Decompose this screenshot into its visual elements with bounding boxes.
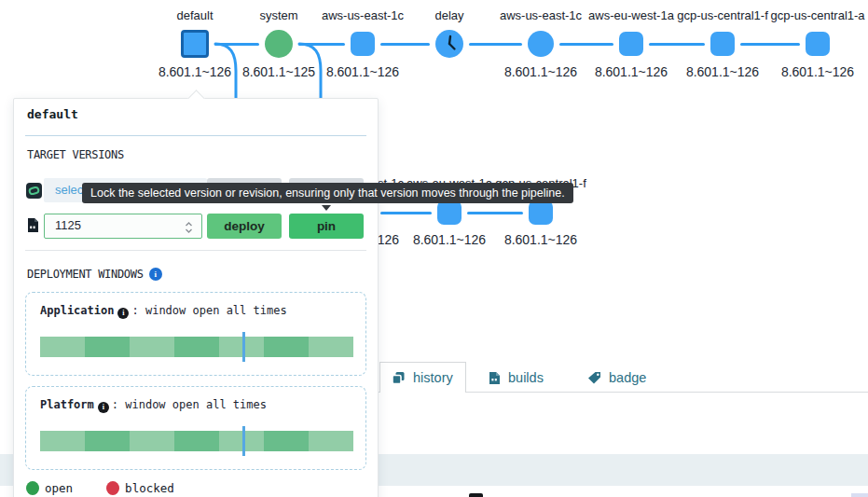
builds-icon bbox=[489, 371, 501, 385]
window-bar-segment-dark bbox=[264, 337, 309, 357]
blocked-legend-label: blocked bbox=[125, 481, 174, 495]
tab-builds[interactable]: builds bbox=[483, 363, 549, 393]
pipeline-node-aws-us-east-1c[interactable] bbox=[528, 31, 554, 57]
stage-label-aws-us-east-1c: aws-us-east-1c bbox=[500, 8, 582, 22]
stage-detail-popover: default TARGET VERSIONS select... 1125 d… bbox=[13, 98, 379, 497]
stage-version: 8.601.1~126 bbox=[504, 64, 577, 79]
stage-version: 8.601.1~126 bbox=[686, 64, 759, 79]
tab-history[interactable]: history bbox=[379, 362, 466, 393]
deploy-button[interactable]: deploy bbox=[207, 214, 282, 239]
badge-icon bbox=[587, 371, 601, 385]
pipeline-connector bbox=[649, 43, 705, 46]
tooltip-arrow bbox=[322, 205, 331, 211]
pin-tooltip: Lock the selected version or revision, e… bbox=[82, 183, 573, 203]
pipeline-connector bbox=[740, 43, 800, 46]
pipeline-connector bbox=[380, 212, 432, 214]
current-time-marker bbox=[242, 426, 245, 456]
window-bar-segment-dark bbox=[85, 337, 130, 357]
pipeline-node-aws-eu-west-1a[interactable] bbox=[437, 200, 462, 225]
chevron-updown-icon bbox=[184, 219, 194, 242]
window-status: : window open all times bbox=[112, 398, 267, 411]
application-window-title: Applicationi: window open all times bbox=[40, 304, 287, 319]
window-status: : window open all times bbox=[131, 304, 286, 317]
tab-label: builds bbox=[508, 370, 544, 385]
stage-label-default: default bbox=[176, 8, 213, 22]
pipeline-node-delay[interactable] bbox=[435, 30, 463, 58]
application-window-bar bbox=[40, 337, 353, 357]
pipeline-node-aws-us-east-1c[interactable] bbox=[351, 32, 375, 56]
pin-button[interactable]: pin bbox=[289, 214, 364, 239]
stage-version: 8.601.1~126 bbox=[413, 232, 486, 247]
build-select-value: 1125 bbox=[55, 218, 81, 232]
window-bar-segment-light bbox=[130, 431, 174, 451]
pipeline-node-aws-eu-west-1a[interactable] bbox=[619, 32, 643, 56]
info-icon: i bbox=[117, 308, 129, 319]
window-bar-segment-dark bbox=[264, 431, 309, 451]
pipeline-node-gcp-us-central1-a[interactable] bbox=[806, 32, 830, 56]
build-file-icon bbox=[27, 217, 39, 237]
stage-version: 8.601.1~126 bbox=[158, 64, 231, 79]
clock-icon bbox=[439, 34, 460, 54]
stage-label-system: system bbox=[259, 8, 297, 22]
pipeline-connector bbox=[298, 43, 345, 46]
platform-window-card: Platformi: window open all times bbox=[25, 386, 366, 470]
window-bar-segment-light bbox=[40, 337, 85, 357]
open-legend-label: open bbox=[45, 481, 73, 495]
divider bbox=[25, 135, 366, 136]
info-icon: i bbox=[98, 402, 109, 413]
pipeline-connector bbox=[467, 212, 523, 214]
deployment-windows-label: DEPLOYMENT WINDOWS bbox=[27, 268, 144, 281]
target-versions-heading: TARGET VERSIONS bbox=[27, 148, 124, 161]
pipeline-node-gcp-us-central1-f[interactable] bbox=[529, 200, 553, 225]
stage-version: 8.601.1~126 bbox=[504, 232, 577, 247]
window-bar-segment-light bbox=[40, 431, 85, 451]
window-name: Application bbox=[40, 304, 114, 317]
open-legend-dot bbox=[26, 481, 39, 495]
divider bbox=[25, 250, 366, 251]
build-version-select[interactable]: 1125 bbox=[44, 214, 202, 239]
window-name: Platform bbox=[40, 398, 94, 411]
window-bar-segment-dark bbox=[85, 431, 130, 451]
stage-version: 8.601.1~126 bbox=[595, 64, 668, 79]
deployment-windows-heading: DEPLOYMENT WINDOWS i bbox=[27, 268, 162, 281]
pipeline-node-default[interactable] bbox=[181, 30, 209, 58]
stage-label-aws-us-east-1c: aws-us-east-1c bbox=[322, 8, 404, 22]
current-time-marker bbox=[242, 332, 245, 362]
pipeline-connector bbox=[469, 43, 522, 46]
stage-version: 8.601.1~125 bbox=[242, 64, 315, 79]
stage-version: 8.601.1~126 bbox=[781, 64, 854, 79]
window-bar-segment-dark bbox=[174, 431, 219, 451]
pipeline-node-gcp-us-central1-f[interactable] bbox=[710, 32, 735, 56]
pipeline-connector bbox=[380, 43, 430, 46]
platform-window-bar bbox=[40, 431, 353, 451]
pipeline-connector bbox=[559, 43, 613, 46]
tab-label: history bbox=[413, 370, 453, 385]
artifact-icon bbox=[26, 183, 42, 199]
info-icon[interactable]: i bbox=[149, 268, 162, 281]
window-bar-segment-dark bbox=[174, 337, 219, 357]
platform-window-title: Platformi: window open all times bbox=[40, 398, 267, 413]
window-bar-segment-light bbox=[130, 337, 174, 357]
tab-badge[interactable]: badge bbox=[582, 363, 652, 393]
stage-label-gcp-us-central1-f: gcp-us-central1-f bbox=[677, 8, 768, 22]
pipeline-connector bbox=[214, 43, 259, 46]
tab-label: badge bbox=[609, 370, 646, 385]
popover-title: default bbox=[27, 107, 78, 121]
history-icon bbox=[392, 371, 406, 385]
blocked-legend-dot bbox=[106, 481, 119, 495]
application-window-card: Applicationi: window open all times bbox=[25, 292, 366, 376]
window-bar-segment-light bbox=[309, 431, 353, 451]
window-bar-segment-light bbox=[309, 337, 353, 357]
pipeline-node-system[interactable] bbox=[265, 30, 293, 58]
stage-version: 8.601.1~126 bbox=[326, 64, 399, 79]
stage-label-delay: delay bbox=[434, 8, 463, 22]
window-legend: open blocked bbox=[26, 481, 174, 495]
stage-label-aws-eu-west-1a: aws-eu-west-1a bbox=[588, 8, 674, 22]
stage-label-gcp-us-central1-a: gcp-us-central1-a bbox=[770, 8, 864, 22]
